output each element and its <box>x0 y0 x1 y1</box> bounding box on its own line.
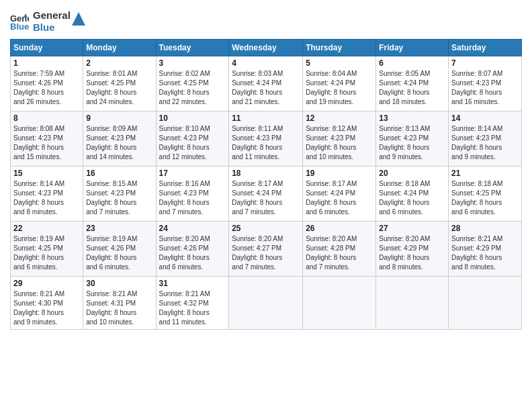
logo-general: General <box>33 9 71 21</box>
weekday-header-monday: Monday <box>83 40 156 56</box>
calendar-cell: 12Sunrise: 8:12 AMSunset: 4:23 PMDayligh… <box>303 111 376 167</box>
day-info: Sunrise: 8:21 AMSunset: 4:31 PMDaylight:… <box>86 289 152 327</box>
day-info: Sunrise: 7:59 AMSunset: 4:26 PMDaylight:… <box>13 69 80 107</box>
calendar-table: SundayMondayTuesdayWednesdayThursdayFrid… <box>10 39 522 330</box>
day-info: Sunrise: 8:02 AMSunset: 4:25 PMDaylight:… <box>159 69 226 107</box>
calendar-cell: 1Sunrise: 7:59 AMSunset: 4:26 PMDaylight… <box>11 56 83 111</box>
calendar-cell: 26Sunrise: 8:20 AMSunset: 4:28 PMDayligh… <box>303 222 376 277</box>
calendar-cell: 31Sunrise: 8:21 AMSunset: 4:32 PMDayligh… <box>156 277 229 330</box>
day-info: Sunrise: 8:05 AMSunset: 4:24 PMDaylight:… <box>379 69 445 107</box>
weekday-header-sunday: Sunday <box>11 40 83 56</box>
day-info: Sunrise: 8:14 AMSunset: 4:23 PMDaylight:… <box>451 124 519 162</box>
day-info: Sunrise: 8:13 AMSunset: 4:23 PMDaylight:… <box>379 124 445 162</box>
svg-marker-3 <box>72 12 85 26</box>
calendar-week-row-3: 15Sunrise: 8:14 AMSunset: 4:23 PMDayligh… <box>11 167 522 222</box>
day-info: Sunrise: 8:21 AMSunset: 4:29 PMDaylight:… <box>451 234 519 272</box>
day-number: 6 <box>379 58 445 68</box>
day-info: Sunrise: 8:11 AMSunset: 4:23 PMDaylight:… <box>232 124 300 162</box>
calendar-cell: 25Sunrise: 8:20 AMSunset: 4:27 PMDayligh… <box>229 222 303 277</box>
day-number: 21 <box>451 169 519 178</box>
calendar-week-row-4: 22Sunrise: 8:19 AMSunset: 4:25 PMDayligh… <box>11 222 522 277</box>
day-info: Sunrise: 8:15 AMSunset: 4:23 PMDaylight:… <box>86 179 152 217</box>
day-number: 10 <box>159 113 226 123</box>
day-number: 14 <box>451 113 519 123</box>
calendar-cell: 22Sunrise: 8:19 AMSunset: 4:25 PMDayligh… <box>11 222 83 277</box>
svg-text:Blue: Blue <box>10 21 29 31</box>
logo-triangle-icon <box>72 12 85 26</box>
day-info: Sunrise: 8:17 AMSunset: 4:24 PMDaylight:… <box>232 179 300 217</box>
day-number: 4 <box>232 58 300 68</box>
calendar-cell: 7Sunrise: 8:07 AMSunset: 4:23 PMDaylight… <box>449 56 522 111</box>
day-number: 24 <box>159 224 226 233</box>
calendar-cell: 27Sunrise: 8:20 AMSunset: 4:29 PMDayligh… <box>376 222 449 277</box>
page: General Blue General Blue SundayMondayTu… <box>0 0 532 411</box>
calendar-cell: 6Sunrise: 8:05 AMSunset: 4:24 PMDaylight… <box>376 56 449 111</box>
day-number: 20 <box>379 169 445 178</box>
calendar-cell <box>229 277 303 330</box>
calendar-cell: 8Sunrise: 8:08 AMSunset: 4:23 PMDaylight… <box>11 111 83 167</box>
calendar-week-row-5: 29Sunrise: 8:21 AMSunset: 4:30 PMDayligh… <box>11 277 522 330</box>
calendar-week-row-2: 8Sunrise: 8:08 AMSunset: 4:23 PMDaylight… <box>11 111 522 167</box>
calendar-cell: 24Sunrise: 8:20 AMSunset: 4:26 PMDayligh… <box>156 222 229 277</box>
day-number: 5 <box>306 58 373 68</box>
day-info: Sunrise: 8:09 AMSunset: 4:23 PMDaylight:… <box>86 124 152 162</box>
day-number: 29 <box>13 279 80 288</box>
day-info: Sunrise: 8:19 AMSunset: 4:25 PMDaylight:… <box>13 234 80 272</box>
day-number: 16 <box>86 169 152 178</box>
day-info: Sunrise: 8:10 AMSunset: 4:23 PMDaylight:… <box>159 124 226 162</box>
day-info: Sunrise: 8:19 AMSunset: 4:26 PMDaylight:… <box>86 234 152 272</box>
day-number: 27 <box>379 224 445 233</box>
calendar-cell <box>303 277 376 330</box>
weekday-header-thursday: Thursday <box>303 40 376 56</box>
day-info: Sunrise: 8:20 AMSunset: 4:27 PMDaylight:… <box>232 234 300 272</box>
day-number: 8 <box>13 113 80 123</box>
day-info: Sunrise: 8:21 AMSunset: 4:30 PMDaylight:… <box>13 289 80 327</box>
day-info: Sunrise: 8:20 AMSunset: 4:28 PMDaylight:… <box>306 234 373 272</box>
day-info: Sunrise: 8:20 AMSunset: 4:26 PMDaylight:… <box>159 234 226 272</box>
weekday-header-row: SundayMondayTuesdayWednesdayThursdayFrid… <box>11 40 522 56</box>
calendar-cell: 23Sunrise: 8:19 AMSunset: 4:26 PMDayligh… <box>83 222 156 277</box>
calendar-cell: 30Sunrise: 8:21 AMSunset: 4:31 PMDayligh… <box>83 277 156 330</box>
logo-blue: Blue <box>33 21 71 34</box>
day-info: Sunrise: 8:04 AMSunset: 4:24 PMDaylight:… <box>306 69 373 107</box>
calendar-cell: 21Sunrise: 8:18 AMSunset: 4:25 PMDayligh… <box>449 167 522 222</box>
day-number: 9 <box>86 113 152 123</box>
day-info: Sunrise: 8:18 AMSunset: 4:24 PMDaylight:… <box>379 179 445 217</box>
calendar-cell: 18Sunrise: 8:17 AMSunset: 4:24 PMDayligh… <box>229 167 303 222</box>
calendar-cell: 17Sunrise: 8:16 AMSunset: 4:23 PMDayligh… <box>156 167 229 222</box>
day-info: Sunrise: 8:20 AMSunset: 4:29 PMDaylight:… <box>379 234 445 272</box>
day-number: 13 <box>379 113 445 123</box>
day-number: 17 <box>159 169 226 178</box>
calendar-cell: 15Sunrise: 8:14 AMSunset: 4:23 PMDayligh… <box>11 167 83 222</box>
day-info: Sunrise: 8:12 AMSunset: 4:23 PMDaylight:… <box>306 124 373 162</box>
weekday-header-friday: Friday <box>376 40 449 56</box>
calendar-cell: 29Sunrise: 8:21 AMSunset: 4:30 PMDayligh… <box>11 277 83 330</box>
calendar-cell: 9Sunrise: 8:09 AMSunset: 4:23 PMDaylight… <box>83 111 156 167</box>
weekday-header-wednesday: Wednesday <box>229 40 303 56</box>
day-info: Sunrise: 8:01 AMSunset: 4:25 PMDaylight:… <box>86 69 152 107</box>
calendar-cell: 11Sunrise: 8:11 AMSunset: 4:23 PMDayligh… <box>229 111 303 167</box>
calendar-cell: 3Sunrise: 8:02 AMSunset: 4:25 PMDaylight… <box>156 56 229 111</box>
day-number: 12 <box>306 113 373 123</box>
day-info: Sunrise: 8:07 AMSunset: 4:23 PMDaylight:… <box>451 69 519 107</box>
day-number: 28 <box>451 224 519 233</box>
header: General Blue General Blue <box>10 7 522 34</box>
day-info: Sunrise: 8:21 AMSunset: 4:32 PMDaylight:… <box>159 289 226 327</box>
calendar-week-row-1: 1Sunrise: 7:59 AMSunset: 4:26 PMDaylight… <box>11 56 522 111</box>
day-number: 15 <box>13 169 80 178</box>
calendar-cell: 14Sunrise: 8:14 AMSunset: 4:23 PMDayligh… <box>449 111 522 167</box>
calendar-cell: 20Sunrise: 8:18 AMSunset: 4:24 PMDayligh… <box>376 167 449 222</box>
day-info: Sunrise: 8:03 AMSunset: 4:24 PMDaylight:… <box>232 69 300 107</box>
calendar-cell: 10Sunrise: 8:10 AMSunset: 4:23 PMDayligh… <box>156 111 229 167</box>
day-number: 31 <box>159 279 226 288</box>
day-number: 18 <box>232 169 300 178</box>
calendar-cell: 19Sunrise: 8:17 AMSunset: 4:24 PMDayligh… <box>303 167 376 222</box>
day-number: 7 <box>451 58 519 68</box>
day-number: 11 <box>232 113 300 123</box>
calendar-cell <box>449 277 522 330</box>
calendar-cell: 2Sunrise: 8:01 AMSunset: 4:25 PMDaylight… <box>83 56 156 111</box>
day-number: 25 <box>232 224 300 233</box>
day-info: Sunrise: 8:18 AMSunset: 4:25 PMDaylight:… <box>451 179 519 217</box>
day-number: 1 <box>13 58 80 68</box>
calendar-cell: 4Sunrise: 8:03 AMSunset: 4:24 PMDaylight… <box>229 56 303 111</box>
